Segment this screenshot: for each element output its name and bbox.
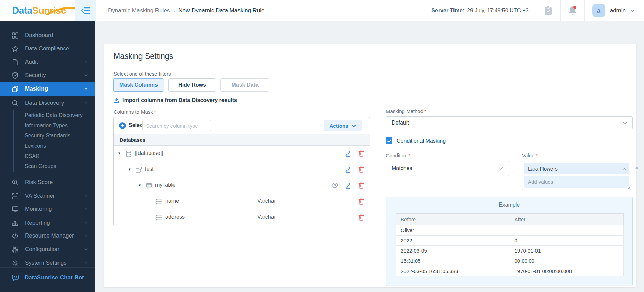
sidebar-item-va-scanner[interactable]: VA Scanner	[0, 190, 95, 202]
checkbox-checked-icon[interactable]	[386, 137, 392, 144]
hide-rows-button[interactable]: Hide Rows	[168, 78, 216, 92]
edit-icon[interactable]	[345, 166, 351, 173]
clipboard-icon	[544, 6, 552, 15]
sidebar-divider	[0, 267, 95, 268]
delete-icon[interactable]	[358, 150, 364, 157]
actions-dropdown-button[interactable]: Actions	[324, 120, 362, 131]
sidebar-item-reporting[interactable]: Reporting	[0, 216, 95, 229]
sidebar-subitem-security-standards[interactable]: Security Standards	[24, 131, 91, 141]
chevron-down-icon	[630, 9, 634, 12]
dashboard-icon	[12, 32, 19, 39]
sidebar-item-label: Monitoring	[25, 206, 52, 212]
condition-select[interactable]: Matches	[386, 161, 509, 176]
mask-data-button[interactable]: Mask Data	[220, 78, 269, 92]
breadcrumb-item-rules[interactable]: Dynamic Masking Rules	[108, 7, 170, 14]
sidebar-item-masking[interactable]: Masking	[0, 82, 95, 96]
notification-dot	[573, 6, 576, 9]
value-tags-box[interactable]: Lara Flowers ×	[522, 161, 631, 190]
column-datatype: Varchar	[257, 198, 276, 204]
column-icon	[156, 214, 163, 221]
schema-icon	[135, 166, 142, 173]
masking-method-select[interactable]: Default	[386, 116, 633, 129]
server-time-label: Server Time:	[431, 7, 464, 14]
clear-values-icon[interactable]: ×	[635, 165, 639, 172]
user-menu[interactable]: a admin	[585, 0, 644, 21]
databases-header: Databases	[114, 134, 370, 146]
masking-settings-card: Masking Settings Select one of these fil…	[104, 44, 636, 287]
sidebar-subitem-lexicons[interactable]: Lexicons	[24, 141, 91, 151]
star-icon	[12, 45, 19, 52]
add-column-icon[interactable]: +	[119, 122, 126, 129]
edit-icon[interactable]	[345, 182, 351, 189]
chevron-down-icon	[84, 102, 88, 104]
sidebar-item-risk-score[interactable]: Risk Score	[0, 176, 95, 189]
chevron-down-icon	[84, 61, 88, 63]
import-columns-link[interactable]: Import columns from Data Discovery resul…	[113, 97, 237, 103]
tasks-button[interactable]	[536, 0, 560, 21]
sidebar-subitem-scan-groups[interactable]: Scan Groups	[24, 161, 91, 172]
add-values-input[interactable]	[524, 176, 629, 188]
sidebar-item-chatbot[interactable]: DataSunrise Chat Bot	[0, 272, 95, 283]
masking-method-label: Masking Method*	[386, 108, 426, 114]
search-icon	[12, 100, 19, 107]
tree-row-schema[interactable]: ▾ test	[114, 162, 370, 178]
column-datatype: Varchar	[257, 214, 276, 220]
notifications-button[interactable]	[561, 0, 584, 21]
gear-icon	[12, 260, 19, 267]
tree-node-label: [[database]]	[135, 150, 163, 156]
sidebar-item-dashboard[interactable]: Dashboard	[0, 29, 95, 42]
delete-icon[interactable]	[358, 182, 364, 189]
sidebar-subitem-information-types[interactable]: Information Types	[24, 120, 91, 131]
breadcrumb: Dynamic Masking Rules › New Dynamic Data…	[108, 0, 265, 21]
collapse-caret-icon[interactable]: ▾	[118, 151, 120, 156]
sidebar-subitem-dsar[interactable]: DSAR	[24, 151, 91, 161]
resize-handle-icon[interactable]	[628, 186, 631, 189]
breadcrumb-item-current: New Dynamic Data Masking Rule	[178, 7, 264, 14]
collapse-caret-icon[interactable]: ▾	[129, 167, 131, 172]
sidebar-item-data-compliance[interactable]: Data Compliance	[0, 42, 95, 55]
remove-tag-icon[interactable]: ×	[623, 166, 626, 172]
chevron-down-icon	[499, 167, 503, 170]
sidebar-item-label: Data Discovery	[25, 100, 64, 107]
tree-node-label: address	[165, 214, 185, 220]
sidebar-item-audit[interactable]: Audit	[0, 55, 95, 68]
chevron-down-icon	[84, 74, 88, 76]
collapse-caret-icon[interactable]: ▾	[139, 183, 141, 188]
logo-part-sunrise: Sunrise	[32, 5, 66, 16]
tree-row-database[interactable]: ▾ [[database]]	[114, 146, 370, 162]
edit-icon[interactable]	[345, 150, 351, 157]
chevron-down-icon	[84, 87, 88, 90]
data-discovery-submenu: Periodic Data Discovery Information Type…	[13, 110, 91, 172]
chatbot-label: DataSunrise Chat Bot	[24, 274, 84, 281]
sidebar-item-resource-manager[interactable]: Resource Manager	[0, 229, 95, 242]
sidebar-item-security[interactable]: Security	[0, 69, 95, 82]
chevron-down-icon	[352, 125, 356, 127]
sidebar-item-configuration[interactable]: Configuration	[0, 243, 95, 256]
sidebar-item-monitoring[interactable]: Monitoring	[0, 202, 95, 215]
app-screen: DataSunrise Dynamic Masking Rules › New …	[0, 0, 644, 292]
sidebar-collapse-button[interactable]	[75, 0, 96, 21]
bar-chart-icon	[12, 220, 19, 227]
delete-icon[interactable]	[358, 214, 364, 221]
tree-row-column-name[interactable]: name Varchar	[114, 194, 370, 210]
sidebar-item-label: Data Compliance	[25, 45, 69, 52]
delete-icon[interactable]	[358, 198, 364, 205]
filters-label: Select one of these filters	[114, 71, 171, 77]
preview-eye-icon[interactable]	[331, 183, 338, 188]
delete-icon[interactable]	[358, 166, 364, 173]
column-icon	[156, 198, 163, 205]
sidebar-item-label: Security	[25, 72, 46, 79]
datasunrise-logo[interactable]: DataSunrise	[12, 5, 66, 16]
example-table: Before After Oliver 20220 2022-03-051970…	[396, 213, 624, 276]
mask-columns-button[interactable]: Mask Columns	[113, 78, 164, 92]
columns-to-mask-label: Columns to Mask*	[114, 109, 156, 115]
columns-to-mask-panel: + Select Actions Databases ▾ [[database]…	[113, 117, 370, 225]
sidebar-subitem-periodic-data-discovery[interactable]: Periodic Data Discovery	[24, 110, 91, 120]
masking-method-value: Default	[392, 120, 409, 126]
conditional-masking-checkbox-row[interactable]: Conditional Masking	[386, 137, 446, 144]
tree-row-table[interactable]: ▾ myTable	[114, 178, 370, 194]
sidebar-item-data-discovery[interactable]: Data Discovery	[0, 97, 95, 110]
column-type-search-input[interactable]	[142, 120, 211, 131]
tree-row-column-address[interactable]: address Varchar	[114, 210, 370, 226]
chevron-down-icon	[84, 234, 88, 237]
